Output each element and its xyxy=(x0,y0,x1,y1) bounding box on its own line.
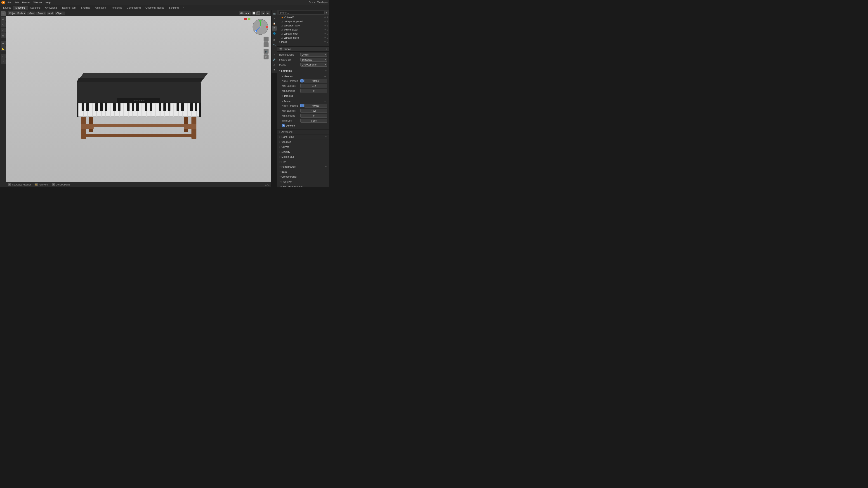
noise-threshold-checkbox[interactable]: ✓ xyxy=(301,79,304,83)
bake-section[interactable]: ▷ Bake xyxy=(277,169,329,174)
visibility-icon-yamaha-oben[interactable]: 👁 xyxy=(324,33,326,35)
tab-modeling[interactable]: Modeling xyxy=(13,6,28,10)
annotate-tool[interactable]: ✏ xyxy=(1,41,6,46)
visibility-icon-mittlepunkt[interactable]: 👁 xyxy=(324,20,326,23)
tab-animation[interactable]: Animation xyxy=(93,6,108,10)
object-mode-dropdown[interactable]: Object Mode ▾ xyxy=(8,11,26,15)
volumes-section[interactable]: ▷ Volumes xyxy=(277,139,329,144)
sampling-list-btn[interactable]: ≡ xyxy=(324,69,327,72)
tab-geometry-nodes[interactable]: Geometry Nodes xyxy=(143,6,166,10)
outliner-filter-icon[interactable]: ▼ xyxy=(326,11,328,14)
prop-icon-physics[interactable]: ⚙ xyxy=(272,53,277,57)
move-tool[interactable]: ⊕ xyxy=(1,17,6,22)
scale-tool[interactable]: ⤢ xyxy=(1,28,6,33)
3d-viewport[interactable]: YAMAHA X Y xyxy=(6,16,271,182)
max-samples-value[interactable]: 512 xyxy=(301,84,327,88)
tab-rendering[interactable]: Rendering xyxy=(108,6,124,10)
restrict-icon-yamaha-oben[interactable]: ⚲ xyxy=(327,33,328,35)
outliner-item-yamaha-oben[interactable]: △ yamaha_oben 👁 ⚲ xyxy=(277,32,329,36)
transform-space-dropdown[interactable]: Global ▾ xyxy=(239,11,251,15)
restrict-icon-yamaha-unten[interactable]: ⚲ xyxy=(327,37,328,39)
prop-icon-data[interactable]: △ xyxy=(272,62,277,67)
outliner-search-input[interactable] xyxy=(279,11,324,15)
advanced-section[interactable]: ▷ Advanced xyxy=(277,129,329,134)
restrict-icon-schwarze[interactable]: ⚲ xyxy=(327,24,328,27)
light-paths-section[interactable]: ▷ Light Paths ≡ xyxy=(277,134,329,139)
viewport-list-btn[interactable]: ≡ xyxy=(324,75,327,78)
sampling-section-header[interactable]: ▾ Sampling ≡ xyxy=(277,68,329,73)
color-management-section[interactable]: ▷ Color Management xyxy=(277,184,329,187)
object-menu[interactable]: Object xyxy=(55,11,65,15)
viewport-shading-render[interactable]: ◉ xyxy=(266,11,270,15)
render-min-samples-value[interactable]: 0 xyxy=(301,113,327,118)
visibility-icon-weisse[interactable]: 👁 xyxy=(324,29,326,31)
tab-layout[interactable]: Layout xyxy=(1,6,13,10)
visibility-icon-plane[interactable]: 👁 xyxy=(324,41,326,43)
outliner-item-cube006[interactable]: ▷ ▣ Cube.006 👁 ⚲ xyxy=(277,15,329,20)
denoise-render-header[interactable]: ✓ Denoise xyxy=(279,123,327,128)
view-all-button[interactable]: ⊡ xyxy=(264,55,269,59)
rotate-tool[interactable]: ↻ xyxy=(1,22,6,27)
tab-scripting[interactable]: Scripting xyxy=(166,6,181,10)
outliner-item-mittlepunkt[interactable]: △ mittlepunkt_gestell 👁 ⚲ xyxy=(277,20,329,24)
prop-icon-world[interactable]: 🌐 xyxy=(272,31,277,36)
add-menu[interactable]: Add xyxy=(47,11,54,15)
prop-icon-object[interactable]: ▣ xyxy=(272,37,277,42)
outliner-item-yamaha-unten[interactable]: △ yamaha_unten 👁 ⚲ xyxy=(277,36,329,40)
prop-icon-render[interactable]: 📷 xyxy=(272,11,277,16)
prop-icon-scene[interactable]: 🎬 xyxy=(272,26,277,31)
view-menu[interactable]: View xyxy=(27,11,35,15)
tab-shading[interactable]: Shading xyxy=(79,6,92,10)
device-dropdown[interactable]: GPU Compute ▾ xyxy=(301,63,327,67)
cursor-tool[interactable]: ✛ xyxy=(1,11,6,16)
select-menu[interactable]: Select xyxy=(36,11,46,15)
restrict-icon-plane[interactable]: ⚲ xyxy=(327,41,328,43)
menu-window[interactable]: Window xyxy=(32,1,44,4)
min-samples-value[interactable]: 0 xyxy=(301,89,327,93)
light-paths-list-btn[interactable]: ≡ xyxy=(324,135,327,138)
prop-icon-particles[interactable]: ⁘ xyxy=(272,47,277,52)
prop-icon-constraints[interactable]: 🔗 xyxy=(272,57,277,62)
outliner-item-weisse[interactable]: △ weisse_tasten 👁 ⚲ xyxy=(277,28,329,32)
render-noise-threshold-value[interactable]: 0.0050 xyxy=(305,104,327,108)
visibility-icon-cube006[interactable]: 👁 xyxy=(324,16,326,19)
prop-icon-view-layer[interactable]: 📋 xyxy=(272,21,277,26)
box-select-tool[interactable]: □ xyxy=(1,54,6,59)
performance-section[interactable]: ▷ Performance ≡ xyxy=(277,164,329,169)
prop-icon-output[interactable]: 🖥 xyxy=(272,16,277,21)
simplify-section[interactable]: ▷ Simplify xyxy=(277,149,329,154)
restrict-icon-mittlepunkt[interactable]: ⚲ xyxy=(327,20,328,23)
outliner-item-plane[interactable]: △ Plane 👁 ⚲ xyxy=(277,40,329,44)
viewport-sub-header[interactable]: ▾ Viewport ≡ xyxy=(279,74,327,78)
time-limit-value[interactable]: 0 sec xyxy=(301,119,327,123)
view-camera-button[interactable]: 📷 xyxy=(264,49,269,54)
freestyle-section[interactable]: ▷ Freestyle xyxy=(277,179,329,184)
grease-pencil-section[interactable]: ▷ Grease Pencil xyxy=(277,174,329,179)
prop-icon-modifier[interactable]: 🔧 xyxy=(272,42,277,47)
add-workspace-button[interactable]: + xyxy=(181,6,186,10)
properties-options-icon[interactable]: ≡ xyxy=(326,48,327,50)
feature-set-dropdown[interactable]: Supported ▾ xyxy=(301,58,327,62)
outliner-item-schwarze[interactable]: △ schwarze_taste 👁 ⚲ xyxy=(277,24,329,28)
restrict-icon-cube006[interactable]: ⚲ xyxy=(327,16,328,19)
prop-icon-material[interactable]: ◉ xyxy=(272,67,277,72)
measure-tool[interactable]: 📐 xyxy=(1,46,6,51)
film-section[interactable]: ▷ Film xyxy=(277,159,329,164)
menu-edit[interactable]: Edit xyxy=(13,1,21,4)
denoise-viewport-header[interactable]: ▷ Denoise xyxy=(279,94,327,98)
tab-sculpting[interactable]: Sculpting xyxy=(28,6,43,10)
blender-logo-icon[interactable]: ● xyxy=(1,1,5,4)
restrict-icon-weisse[interactable]: ⚲ xyxy=(327,29,328,31)
viewport-shading-wire[interactable]: ⬜ xyxy=(252,11,256,15)
noise-threshold-value[interactable]: 0.0020 xyxy=(305,79,327,83)
viewport-shading-material[interactable]: ◑ xyxy=(261,11,265,15)
curves-section[interactable]: ▷ Curves xyxy=(277,144,329,149)
menu-file[interactable]: File xyxy=(6,1,13,4)
viewport-shading-solid[interactable]: ⬛ xyxy=(256,11,260,15)
zoom-out-button[interactable]: − xyxy=(264,42,269,47)
render-noise-threshold-checkbox[interactable]: ✓ xyxy=(301,104,304,107)
motion-blur-section[interactable]: ▷ Motion Blur xyxy=(277,154,329,159)
zoom-in-button[interactable]: + xyxy=(264,37,269,41)
render-list-btn[interactable]: ≡ xyxy=(324,100,327,103)
tab-texture-paint[interactable]: Texture Paint xyxy=(59,6,79,10)
